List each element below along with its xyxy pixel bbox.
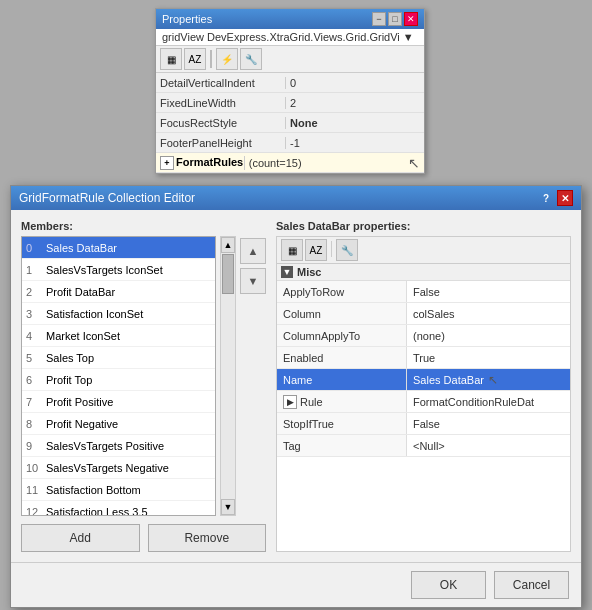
- prop-name-cell: Name: [277, 369, 407, 390]
- list-item[interactable]: 7 Profit Positive: [22, 391, 215, 413]
- collapse-icon[interactable]: ▼: [281, 266, 293, 278]
- category-btn[interactable]: ▦: [281, 239, 303, 261]
- prop-value-cell: colSales: [407, 303, 570, 324]
- close-button[interactable]: ✕: [404, 12, 418, 26]
- prop-column-row: Column colSales: [277, 303, 570, 325]
- list-item[interactable]: 2 Profit DataBar: [22, 281, 215, 303]
- prop-value: 2: [286, 97, 300, 109]
- list-item[interactable]: 1 SalesVsTargets IconSet: [22, 259, 215, 281]
- add-button[interactable]: Add: [21, 524, 140, 552]
- member-name: Profit DataBar: [46, 286, 115, 298]
- member-index: 8: [26, 418, 46, 430]
- properties-panel-label: Sales DataBar properties:: [276, 220, 571, 232]
- list-item[interactable]: 12 Satisfaction Less 3.5: [22, 501, 215, 516]
- member-name: Sales DataBar: [46, 242, 117, 254]
- category-view-btn[interactable]: ▦: [160, 48, 182, 70]
- prop-name-cell: ColumnApplyTo: [277, 325, 407, 346]
- member-name: SalesVsTargets Positive: [46, 440, 164, 452]
- prop-value-cell: (none): [407, 325, 570, 346]
- dialog-titlebar-buttons: ? ✕: [538, 190, 573, 206]
- member-index: 6: [26, 374, 46, 386]
- settings-btn[interactable]: 🔧: [240, 48, 262, 70]
- member-index: 2: [26, 286, 46, 298]
- list-item[interactable]: 9 SalesVsTargets Positive: [22, 435, 215, 457]
- prop-value-cell: False: [407, 413, 570, 434]
- properties-subtitle: gridView DevExpress.XtraGrid.Views.Grid.…: [156, 29, 424, 46]
- move-down-button[interactable]: ▼: [240, 268, 266, 294]
- move-up-button[interactable]: ▲: [240, 238, 266, 264]
- scroll-up-btn[interactable]: ▲: [221, 237, 235, 253]
- right-panel: Sales DataBar properties: ▦ AZ 🔧 ▼ Misc …: [276, 220, 571, 552]
- restore-button[interactable]: □: [388, 12, 402, 26]
- prop-value-cell: <Null>: [407, 435, 570, 456]
- main-dialog: GridFormatRule Collection Editor ? ✕ Mem…: [10, 185, 582, 608]
- list-item[interactable]: 8 Profit Negative: [22, 413, 215, 435]
- section-label: Misc: [297, 266, 321, 278]
- member-index: 3: [26, 308, 46, 320]
- prop-footer-panel: FooterPanelHeight -1: [156, 133, 424, 153]
- member-index: 5: [26, 352, 46, 364]
- prop-name-cell: Enabled: [277, 347, 407, 368]
- member-name: Profit Positive: [46, 396, 113, 408]
- member-name: Sales Top: [46, 352, 94, 364]
- cursor-icon: ↖: [488, 373, 498, 387]
- properties-toolbar: ▦ AZ ⚡ 🔧: [156, 46, 424, 73]
- prop-value-cell: False: [407, 281, 570, 302]
- members-list[interactable]: 0 Sales DataBar 1 SalesVsTargets IconSet…: [21, 236, 216, 516]
- prop-name: FocusRectStyle: [156, 117, 286, 129]
- prop-value: -1: [286, 137, 304, 149]
- member-index: 4: [26, 330, 46, 342]
- help-button[interactable]: ?: [538, 190, 554, 206]
- dialog-close-button[interactable]: ✕: [557, 190, 573, 206]
- prop-detail-vertical: DetailVerticalIndent 0: [156, 73, 424, 93]
- list-item[interactable]: 10 SalesVsTargets Negative: [22, 457, 215, 479]
- list-scrollbar[interactable]: ▲ ▼: [220, 236, 236, 516]
- scroll-thumb[interactable]: [222, 254, 234, 294]
- members-list-container: 0 Sales DataBar 1 SalesVsTargets IconSet…: [21, 236, 266, 516]
- members-arrows: ▲ ▼: [240, 236, 266, 516]
- prop-tag-row: Tag <Null>: [277, 435, 570, 457]
- properties-window: Properties − □ ✕ gridView DevExpress.Xtr…: [155, 8, 425, 174]
- sort-btn[interactable]: AZ: [305, 239, 327, 261]
- prop-name: FooterPanelHeight: [156, 137, 286, 149]
- list-item[interactable]: 11 Satisfaction Bottom: [22, 479, 215, 501]
- list-item[interactable]: 5 Sales Top: [22, 347, 215, 369]
- alpha-view-btn[interactable]: AZ: [184, 48, 206, 70]
- member-index: 11: [26, 484, 46, 496]
- scroll-down-btn[interactable]: ▼: [221, 499, 235, 515]
- dialog-footer: OK Cancel: [11, 562, 581, 607]
- prop-value-cell: Sales DataBar ↖: [407, 369, 570, 390]
- prop-value: None: [286, 117, 322, 129]
- prop-name-cell: Tag: [277, 435, 407, 456]
- dialog-titlebar: GridFormatRule Collection Editor ? ✕: [11, 186, 581, 210]
- member-name: Profit Top: [46, 374, 92, 386]
- members-panel: Members: 0 Sales DataBar 1 SalesVsTarget…: [21, 220, 266, 552]
- list-item[interactable]: 4 Market IconSet: [22, 325, 215, 347]
- prop-value-cell: True: [407, 347, 570, 368]
- prop-name: +FormatRules: [156, 156, 245, 170]
- minimize-button[interactable]: −: [372, 12, 386, 26]
- prop-name-cell: ApplyToRow: [277, 281, 407, 302]
- member-name: Satisfaction Bottom: [46, 484, 141, 496]
- prop-stop-if-true-row: StopIfTrue False: [277, 413, 570, 435]
- prop-name-cell: StopIfTrue: [277, 413, 407, 434]
- misc-section-header: ▼ Misc: [277, 264, 570, 281]
- expand-icon[interactable]: +: [160, 156, 174, 170]
- wrench-btn[interactable]: 🔧: [336, 239, 358, 261]
- separator: [210, 50, 212, 68]
- member-name: SalesVsTargets Negative: [46, 462, 169, 474]
- list-item[interactable]: 0 Sales DataBar: [22, 237, 215, 259]
- list-item[interactable]: 3 Satisfaction IconSet: [22, 303, 215, 325]
- cancel-button[interactable]: Cancel: [494, 571, 569, 599]
- prop-focus-rect: FocusRectStyle None: [156, 113, 424, 133]
- lightning-btn[interactable]: ⚡: [216, 48, 238, 70]
- remove-button[interactable]: Remove: [148, 524, 267, 552]
- member-index: 7: [26, 396, 46, 408]
- properties-title: Properties: [162, 13, 212, 25]
- prop-format-rules[interactable]: +FormatRules (count=15) ↖: [156, 153, 424, 173]
- ok-button[interactable]: OK: [411, 571, 486, 599]
- prop-name-row-selected[interactable]: Name Sales DataBar ↖: [277, 369, 570, 391]
- prop-table: ▼ Misc ApplyToRow False Column colSales …: [276, 263, 571, 552]
- list-item[interactable]: 6 Profit Top: [22, 369, 215, 391]
- expand-rule-icon[interactable]: ▶: [283, 395, 297, 409]
